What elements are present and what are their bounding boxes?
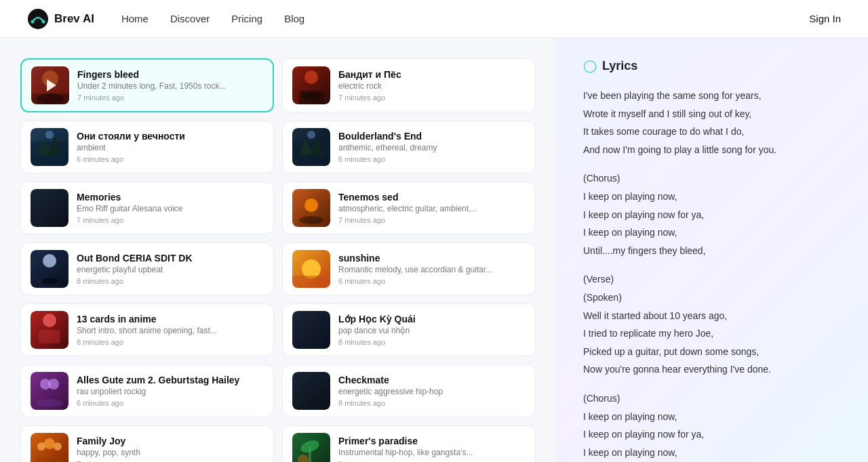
svg-rect-21 (31, 189, 68, 227)
song-card[interactable]: sunshine Romantic melody, use accordian … (282, 243, 536, 295)
lyrics-body: I've been playing the same song for year… (583, 87, 841, 462)
song-info: 13 cards in anime Short intro, short ani… (77, 314, 264, 346)
song-info: Checkmate energetic aggressive hip-hop 8… (338, 375, 526, 407)
song-desc: atmospheric, electric guitar, ambient,..… (338, 204, 526, 213)
song-title: Memories (77, 192, 264, 203)
song-card[interactable]: Lớp Học Kỳ Quái pop dance vui nhộn 8 min… (282, 303, 536, 356)
svg-point-42 (44, 438, 55, 449)
song-info: Бандит и Пёс electric rock 7 minutes ago (338, 69, 526, 102)
main-container: Fingers bleed Under 2 minutes long, Fast… (0, 38, 868, 462)
song-info: Boulderland's End anthemic, ethereal, dr… (338, 131, 526, 163)
song-title: sunshine (338, 253, 526, 264)
song-info: Они стояли у вечности ambient 6 minutes … (77, 131, 264, 163)
svg-rect-34 (292, 311, 330, 349)
lyrics-spacer (583, 259, 841, 270)
song-card[interactable]: Tenemos sed atmospheric, electric guitar… (282, 182, 536, 234)
lyrics-line: I tried to replicate my hero Joe, (583, 324, 841, 343)
song-time: 8 minutes ago (338, 399, 526, 407)
lyrics-header: ◯ Lyrics (583, 58, 841, 73)
song-desc: energetic aggressive hip-hop (338, 387, 526, 396)
song-thumb (292, 311, 330, 349)
song-thumb (292, 189, 330, 227)
song-card[interactable]: Out Bond CERIA SDIT DK energetic playful… (20, 243, 274, 295)
svg-point-8 (304, 70, 318, 84)
lyrics-line: Now you're gonna hear everything I've do… (583, 360, 841, 379)
song-time: 7 minutes ago (338, 216, 526, 224)
lyrics-line: Well it started about 10 years ago, (583, 307, 841, 325)
song-title: Family Joy (77, 436, 264, 446)
song-thumb (292, 372, 330, 410)
svg-point-2 (42, 20, 45, 23)
lyrics-line: I've been playing the same song for year… (583, 87, 841, 105)
lyrics-line: I keep on playing now, (583, 188, 841, 206)
song-card[interactable]: Fingers bleed Under 2 minutes long, Fast… (20, 58, 274, 112)
song-card[interactable]: Они стояли у вечности ambient 6 minutes … (20, 121, 274, 173)
lyrics-line: (Chorus) (583, 169, 841, 188)
song-card[interactable]: Primer's paradise Instrumental hip-hop, … (282, 425, 536, 462)
song-time: 7 minutes ago (338, 93, 526, 102)
lyrics-line: (Chorus) (583, 390, 841, 408)
song-card[interactable]: Family Joy happy, pop, synth 7 minutes a… (20, 425, 274, 462)
song-thumb (292, 66, 330, 104)
svg-point-20 (307, 131, 315, 139)
song-time: 6 minutes ago (338, 155, 526, 163)
svg-point-23 (304, 198, 318, 212)
song-desc: energetic playful upbeat (77, 265, 264, 274)
nav-home[interactable]: Home (121, 13, 149, 24)
song-desc: pop dance vui nhộn (338, 326, 526, 335)
nav-logo[interactable]: Brev AI (27, 8, 94, 30)
logo-icon (27, 8, 49, 30)
song-info: Tenemos sed atmospheric, electric guitar… (338, 192, 526, 224)
song-time: 8 minutes ago (77, 277, 264, 285)
song-card[interactable]: Бандит и Пёс electric rock 7 minutes ago (282, 58, 536, 112)
song-list-panel: Fingers bleed Under 2 minutes long, Fast… (0, 38, 556, 462)
song-thumb (31, 433, 68, 462)
svg-point-37 (48, 379, 59, 390)
song-title: 13 cards in anime (77, 314, 264, 324)
song-desc: Romantic melody, use accordian & guitar.… (338, 265, 526, 274)
song-card[interactable]: Checkmate energetic aggressive hip-hop 8… (282, 364, 536, 417)
song-title: Fingers bleed (77, 69, 263, 80)
song-card[interactable]: Memories Emo Riff guitar Alesana voice 7… (20, 182, 274, 234)
navbar: Brev AI Home Discover Pricing Blog Sign … (0, 0, 868, 38)
lyrics-spacer (583, 159, 841, 169)
svg-rect-33 (39, 330, 60, 343)
song-time: 7 minutes ago (77, 216, 264, 224)
song-title: Alles Gute zum 2. Geburtstag Hailey (77, 375, 264, 385)
song-card[interactable]: Alles Gute zum 2. Geburtstag Hailey rau … (20, 364, 274, 417)
svg-point-32 (43, 314, 56, 327)
svg-point-38 (36, 399, 63, 407)
song-info: Out Bond CERIA SDIT DK energetic playful… (77, 253, 264, 285)
lyrics-line: Picked up a guitar, put down some songs, (583, 343, 841, 361)
svg-point-1 (31, 20, 35, 23)
song-desc: Under 2 minutes long, Fast, 1950s rock..… (77, 81, 263, 91)
lyrics-icon: ◯ (583, 58, 597, 73)
lyrics-spacer (583, 379, 841, 390)
song-info: Family Joy happy, pop, synth 7 minutes a… (77, 436, 264, 462)
song-title: Lớp Học Kỳ Quái (338, 314, 526, 324)
song-desc: anthemic, ethereal, dreamy (338, 143, 526, 152)
song-thumb (292, 250, 330, 288)
svg-rect-10 (299, 91, 323, 104)
signin-button[interactable]: Sign In (809, 13, 841, 24)
song-desc: Short intro, short anime opening, fast..… (77, 326, 264, 335)
song-info: Memories Emo Riff guitar Alesana voice 7… (77, 192, 264, 224)
svg-point-15 (45, 131, 54, 139)
lyrics-line: I keep on playing now, (583, 408, 841, 426)
song-time: 6 minutes ago (77, 399, 264, 407)
song-desc: rau unpoliert rockig (77, 387, 264, 396)
nav-pricing[interactable]: Pricing (231, 13, 262, 24)
song-thumb (31, 189, 68, 227)
song-thumb (292, 433, 330, 462)
song-desc: Emo Riff guitar Alesana voice (77, 204, 264, 213)
song-card[interactable]: Boulderland's End anthemic, ethereal, dr… (282, 121, 536, 173)
svg-point-26 (43, 254, 56, 268)
play-button[interactable] (31, 66, 69, 104)
nav-discover[interactable]: Discover (170, 13, 210, 24)
svg-rect-44 (36, 457, 63, 462)
song-info: Alles Gute zum 2. Geburtstag Hailey rau … (77, 375, 264, 407)
song-time: 7 minutes ago (77, 93, 263, 102)
song-card[interactable]: 13 cards in anime Short intro, short ani… (20, 303, 274, 356)
song-info: Primer's paradise Instrumental hip-hop, … (338, 436, 526, 462)
nav-blog[interactable]: Blog (284, 13, 304, 24)
